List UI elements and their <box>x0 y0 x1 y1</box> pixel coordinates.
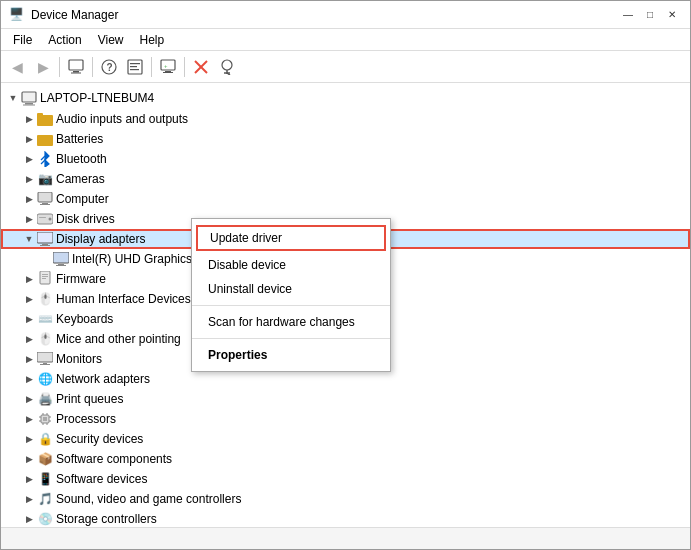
storagecontrollers-icon: 💿 <box>37 511 53 527</box>
network-label: Network adapters <box>56 372 150 386</box>
tree-item-softwarecomponents[interactable]: ▶ 📦 Software components <box>1 449 690 469</box>
mice-icon: 🖱️ <box>37 331 53 347</box>
menu-help[interactable]: Help <box>132 31 173 49</box>
ctx-update-driver[interactable]: Update driver <box>196 225 386 251</box>
cameras-label: Cameras <box>56 172 105 186</box>
ctx-uninstall-device[interactable]: Uninstall device <box>192 277 390 301</box>
diskdrives-icon <box>37 211 53 227</box>
softwaredevices-label: Software devices <box>56 472 147 486</box>
mice-label: Mice and other pointing <box>56 332 181 346</box>
svg-rect-46 <box>37 352 53 362</box>
svg-rect-25 <box>37 135 53 146</box>
printqueues-expand-icon: ▶ <box>21 391 37 407</box>
batteries-label: Batteries <box>56 132 103 146</box>
ctx-separator-1 <box>192 305 390 306</box>
tree-item-securitydevices[interactable]: ▶ 🔒 Security devices <box>1 429 690 449</box>
forward-button[interactable]: ▶ <box>31 55 55 79</box>
network-expand-icon: ▶ <box>21 371 37 387</box>
audio-expand-icon: ▶ <box>21 111 37 127</box>
tree-item-batteries[interactable]: ▶ Batteries <box>1 129 690 149</box>
processors-icon <box>37 411 53 427</box>
ctx-properties[interactable]: Properties <box>192 343 390 367</box>
scan-button[interactable] <box>215 55 239 79</box>
printqueues-icon: 🖨️ <box>37 391 53 407</box>
ctx-scan-label: Scan for hardware changes <box>208 315 355 329</box>
cameras-icon: 📷 <box>37 171 53 187</box>
svg-rect-24 <box>37 113 43 116</box>
audio-icon <box>37 111 53 127</box>
computer-button[interactable] <box>64 55 88 79</box>
intelgraphics-expand-icon <box>37 251 53 267</box>
close-button[interactable]: ✕ <box>662 5 682 25</box>
svg-rect-35 <box>39 217 46 218</box>
computer-icon <box>37 191 53 207</box>
tree-item-printqueues[interactable]: ▶ 🖨️ Print queues <box>1 389 690 409</box>
minimize-button[interactable]: — <box>618 5 638 25</box>
softwaredevices-icon: 📱 <box>37 471 53 487</box>
svg-rect-45 <box>42 278 46 279</box>
svg-rect-38 <box>40 245 50 246</box>
firmware-label: Firmware <box>56 272 106 286</box>
tree-item-storagecontrollers[interactable]: ▶ 💿 Storage controllers <box>1 509 690 527</box>
main-content: ▼ LAPTOP-LTNEBUM4 ▶ <box>1 83 690 527</box>
menu-bar: File Action View Help <box>1 29 690 51</box>
bluetooth-label: Bluetooth <box>56 152 107 166</box>
back-button[interactable]: ◀ <box>5 55 29 79</box>
toolbar-sep-3 <box>151 57 152 77</box>
tree-item-cameras[interactable]: ▶ 📷 Cameras <box>1 169 690 189</box>
svg-rect-39 <box>53 252 69 263</box>
sound-label: Sound, video and game controllers <box>56 492 241 506</box>
svg-rect-0 <box>69 60 83 70</box>
menu-file[interactable]: File <box>5 31 40 49</box>
toolbar-sep-2 <box>92 57 93 77</box>
toolbar-sep-1 <box>59 57 60 77</box>
keyboards-label: Keyboards <box>56 312 113 326</box>
audio-label: Audio inputs and outputs <box>56 112 188 126</box>
computer-label: Computer <box>56 192 109 206</box>
tree-item-network[interactable]: ▶ 🌐 Network adapters <box>1 369 690 389</box>
monitors-label: Monitors <box>56 352 102 366</box>
svg-rect-20 <box>25 103 33 105</box>
svg-rect-50 <box>43 417 47 421</box>
svg-point-34 <box>49 218 52 221</box>
svg-rect-36 <box>37 232 53 243</box>
svg-rect-44 <box>42 276 48 277</box>
storagecontrollers-label: Storage controllers <box>56 512 157 526</box>
computer-expand-icon: ▶ <box>21 191 37 207</box>
svg-rect-48 <box>40 364 50 365</box>
monitors-icon <box>37 351 53 367</box>
tree-item-softwaredevices[interactable]: ▶ 📱 Software devices <box>1 469 690 489</box>
securitydevices-expand-icon: ▶ <box>21 431 37 447</box>
help-button[interactable]: ? <box>97 55 121 79</box>
svg-rect-42 <box>40 271 50 284</box>
network-icon: 🌐 <box>37 371 53 387</box>
sound-expand-icon: ▶ <box>21 491 37 507</box>
menu-action[interactable]: Action <box>40 31 89 49</box>
tree-item-bluetooth[interactable]: ▶ Bluetooth <box>1 149 690 169</box>
svg-point-15 <box>222 60 232 70</box>
tree-item-audio[interactable]: ▶ Audio inputs and outputs <box>1 109 690 129</box>
ctx-scan[interactable]: Scan for hardware changes <box>192 310 390 334</box>
tree-root[interactable]: ▼ LAPTOP-LTNEBUM4 <box>1 87 690 109</box>
displayadapters-icon <box>37 231 53 247</box>
device-manager-window: 🖥️ Device Manager — □ ✕ File Action View… <box>0 0 691 550</box>
tree-item-computer[interactable]: ▶ Computer <box>1 189 690 209</box>
menu-view[interactable]: View <box>90 31 132 49</box>
tree-item-processors[interactable]: ▶ Processors <box>1 409 690 429</box>
ctx-disable-device[interactable]: Disable device <box>192 253 390 277</box>
svg-rect-11 <box>163 72 173 73</box>
monitors-expand-icon: ▶ <box>21 351 37 367</box>
monitor-button[interactable]: + <box>156 55 180 79</box>
svg-rect-10 <box>165 71 171 72</box>
properties-button[interactable] <box>123 55 147 79</box>
svg-rect-37 <box>42 244 48 245</box>
svg-rect-31 <box>42 203 48 204</box>
maximize-button[interactable]: □ <box>640 5 660 25</box>
batteries-expand-icon: ▶ <box>21 131 37 147</box>
sound-icon: 🎵 <box>37 491 53 507</box>
tree-item-sound[interactable]: ▶ 🎵 Sound, video and game controllers <box>1 489 690 509</box>
delete-button[interactable] <box>189 55 213 79</box>
window-title: Device Manager <box>31 8 618 22</box>
bluetooth-expand-icon: ▶ <box>21 151 37 167</box>
svg-text:?: ? <box>107 62 113 73</box>
